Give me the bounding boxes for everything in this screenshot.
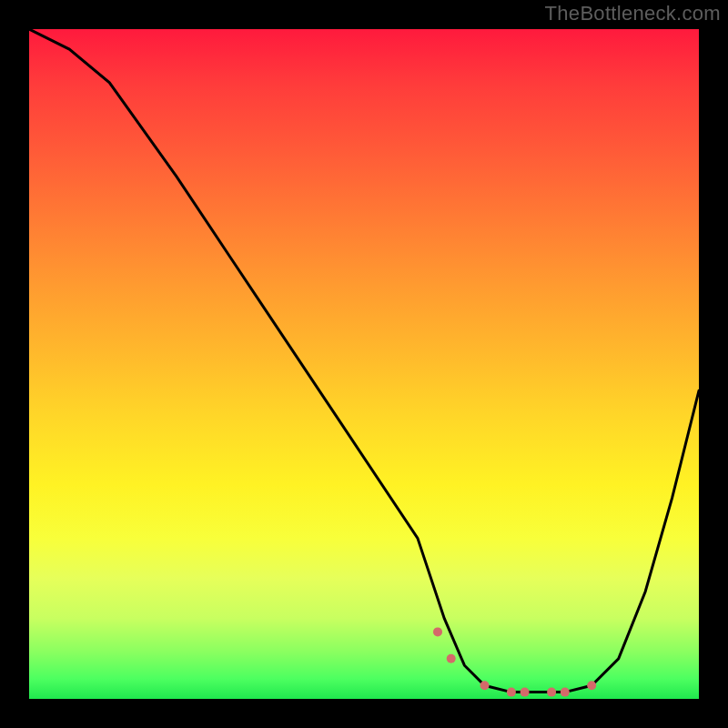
highlight-dot — [507, 688, 516, 697]
highlight-dot — [480, 681, 490, 690]
plot-area — [29, 29, 699, 699]
highlight-dot — [521, 688, 530, 697]
highlight-dot — [587, 681, 596, 690]
chart-svg — [29, 29, 699, 699]
main-curve-path — [29, 29, 699, 693]
watermark-text: TheBottleneck.com — [545, 2, 721, 25]
highlight-dots-group — [433, 627, 596, 696]
highlight-dot — [433, 627, 442, 636]
highlight-dot — [561, 688, 570, 697]
chart-frame: TheBottleneck.com — [0, 0, 728, 728]
highlight-dot — [447, 654, 456, 663]
highlight-dot — [547, 688, 556, 697]
